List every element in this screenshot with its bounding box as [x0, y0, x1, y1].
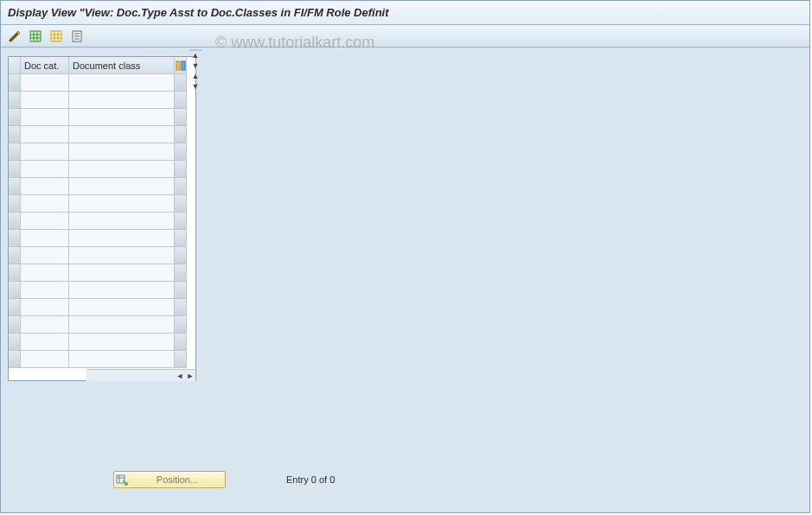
cell-doc-cat[interactable]	[21, 109, 69, 126]
select-all-button[interactable]	[27, 28, 44, 45]
cell-document-class[interactable]	[69, 195, 175, 213]
toggle-display-change-button[interactable]	[6, 28, 23, 45]
row-end-spacer	[175, 178, 187, 195]
data-grid: Doc cat.Document class ◄ ►	[8, 56, 196, 381]
row-end-spacer	[175, 247, 187, 264]
scroll-bottom-icon[interactable]: ▼	[190, 81, 201, 92]
row-selector[interactable]	[9, 282, 21, 299]
scroll-top-icon[interactable]: ▲	[190, 50, 201, 60]
cell-doc-cat[interactable]	[21, 299, 69, 316]
column-header-document-class[interactable]: Document class	[69, 57, 175, 74]
row-selector[interactable]	[9, 264, 21, 282]
position-button[interactable]: Position...	[113, 471, 226, 488]
table-green-icon	[29, 29, 42, 43]
row-end-spacer	[175, 195, 187, 213]
cell-document-class[interactable]	[69, 126, 175, 143]
cell-document-class[interactable]	[69, 230, 175, 247]
row-selector[interactable]	[9, 109, 21, 126]
row-selector[interactable]	[9, 247, 21, 264]
footer-bar: Position... Entry 0 of 0	[113, 471, 335, 488]
print-button[interactable]	[68, 28, 86, 45]
cell-document-class[interactable]	[69, 161, 175, 178]
content-area: Doc cat.Document class ◄ ► ▲ ▼ ▲ ▼	[1, 49, 809, 512]
page-title: Display View "View: Doc.Type Asst to Doc…	[8, 6, 389, 19]
cell-doc-cat[interactable]	[21, 282, 69, 299]
cell-doc-cat[interactable]	[21, 334, 69, 351]
deselect-all-button[interactable]	[48, 28, 65, 45]
row-selector[interactable]	[9, 161, 21, 178]
cell-document-class[interactable]	[69, 299, 175, 316]
cell-document-class[interactable]	[69, 247, 175, 264]
cell-document-class[interactable]	[69, 92, 175, 109]
cell-doc-cat[interactable]	[21, 247, 69, 264]
cell-doc-cat[interactable]	[21, 178, 69, 195]
row-selector[interactable]	[9, 351, 21, 368]
cell-document-class[interactable]	[69, 351, 175, 368]
cell-doc-cat[interactable]	[21, 143, 69, 161]
cell-doc-cat[interactable]	[21, 161, 69, 178]
cell-document-class[interactable]	[69, 334, 175, 351]
row-end-spacer	[175, 161, 187, 178]
cell-doc-cat[interactable]	[21, 126, 69, 143]
entry-count-text: Entry 0 of 0	[286, 474, 335, 485]
scroll-left-icon[interactable]: ◄	[175, 371, 185, 381]
svg-rect-5	[51, 31, 61, 41]
row-end-spacer	[175, 92, 187, 109]
cell-doc-cat[interactable]	[21, 351, 69, 368]
row-end-spacer	[175, 299, 187, 316]
row-selector[interactable]	[9, 74, 21, 92]
row-end-spacer	[175, 213, 187, 230]
scroll-up-icon[interactable]: ▼	[190, 60, 201, 71]
row-end-spacer	[175, 351, 187, 368]
row-selector[interactable]	[9, 334, 21, 351]
row-end-spacer	[175, 230, 187, 247]
cell-doc-cat[interactable]	[21, 92, 69, 109]
cell-doc-cat[interactable]	[21, 195, 69, 213]
cell-document-class[interactable]	[69, 282, 175, 299]
scroll-right-icon[interactable]: ►	[185, 371, 195, 381]
row-end-spacer	[175, 143, 187, 161]
svg-rect-0	[30, 31, 41, 41]
cell-document-class[interactable]	[69, 74, 175, 92]
title-bar: Display View "View: Doc.Type Asst to Doc…	[1, 1, 809, 25]
row-selector[interactable]	[9, 178, 21, 195]
row-end-spacer	[175, 334, 187, 351]
pencil-glasses-icon	[8, 29, 22, 43]
vertical-scrollbar[interactable]: ▲ ▼ ▲ ▼	[189, 49, 201, 51]
svg-rect-15	[182, 61, 185, 70]
column-configuration-button[interactable]	[175, 57, 187, 74]
cell-document-class[interactable]	[69, 143, 175, 161]
cell-doc-cat[interactable]	[21, 264, 69, 282]
svg-rect-14	[176, 61, 180, 70]
row-selector[interactable]	[9, 195, 21, 213]
toolbar	[1, 25, 809, 48]
row-end-spacer	[175, 316, 187, 334]
position-button-label: Position...	[130, 474, 225, 485]
cell-document-class[interactable]	[69, 264, 175, 282]
row-end-spacer	[175, 126, 187, 143]
row-selector[interactable]	[9, 126, 21, 143]
horizontal-scrollbar[interactable]: ◄ ►	[9, 369, 195, 381]
cell-doc-cat[interactable]	[21, 74, 69, 92]
row-end-spacer	[175, 264, 187, 282]
cell-doc-cat[interactable]	[21, 213, 69, 230]
row-selector[interactable]	[9, 299, 21, 316]
cell-document-class[interactable]	[69, 178, 175, 195]
cell-document-class[interactable]	[69, 316, 175, 334]
row-selector[interactable]	[9, 143, 21, 161]
cell-doc-cat[interactable]	[21, 316, 69, 334]
table-yellow-icon	[49, 29, 63, 43]
row-end-spacer	[175, 109, 187, 126]
scroll-down-icon[interactable]: ▲	[190, 71, 201, 81]
cell-document-class[interactable]	[69, 109, 175, 126]
row-selector[interactable]	[9, 316, 21, 334]
cell-document-class[interactable]	[69, 213, 175, 230]
column-header-doc-cat[interactable]: Doc cat.	[21, 57, 69, 74]
cell-doc-cat[interactable]	[21, 230, 69, 247]
row-selector-header[interactable]	[9, 57, 21, 74]
column-config-icon	[176, 60, 186, 71]
row-selector[interactable]	[9, 213, 21, 230]
row-selector[interactable]	[9, 92, 21, 109]
row-selector[interactable]	[9, 230, 21, 247]
app-window: Display View "View: Doc.Type Asst to Doc…	[0, 0, 810, 513]
